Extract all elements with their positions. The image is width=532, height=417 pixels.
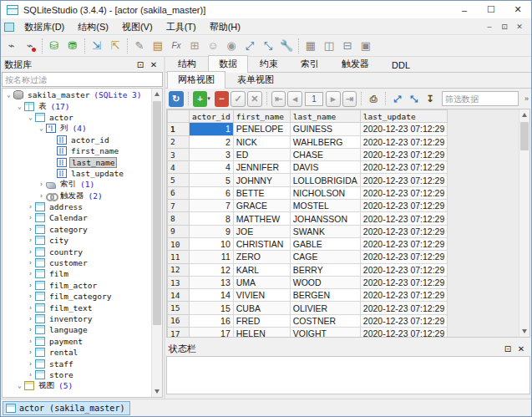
tree-item[interactable]: ›staff — [3, 358, 151, 369]
prev-page-icon[interactable]: ◂ — [287, 91, 302, 107]
grid-cell[interactable]: GABLE — [290, 237, 360, 250]
expander-icon[interactable]: › — [37, 181, 46, 188]
rollback-icon[interactable]: ✕ — [247, 91, 262, 107]
menu-item[interactable]: 工具(T) — [160, 19, 203, 35]
grid-cell[interactable]: MATTHEW — [233, 212, 290, 225]
grid-cell[interactable]: 12 — [190, 263, 234, 276]
mdi-close-button[interactable]: ✕ — [513, 21, 526, 33]
grid-cell[interactable]: JOE — [233, 225, 290, 237]
maximize-button[interactable]: ☐ — [478, 1, 504, 18]
tree-item[interactable]: last_name — [3, 156, 151, 167]
grid-cell[interactable]: 17 — [190, 328, 234, 337]
row-header[interactable]: 6 — [168, 186, 190, 199]
tree-item[interactable]: ›索引(1) — [3, 179, 151, 190]
menu-item[interactable]: 帮助(H) — [203, 19, 247, 35]
expander-icon[interactable]: › — [37, 192, 46, 200]
tab-data[interactable]: 数据 — [208, 55, 248, 73]
grid-cell[interactable]: 2020-12-23 07:12:29 — [360, 186, 448, 199]
grid-cell[interactable]: 3 — [190, 148, 234, 160]
expander-icon[interactable]: › — [26, 282, 35, 289]
commit-icon[interactable]: ✓ — [231, 91, 246, 107]
row-header[interactable]: 2 — [168, 135, 190, 148]
mdi-document-icon[interactable] — [4, 23, 14, 32]
grid-cell[interactable]: 2020-12-23 07:12:29 — [360, 225, 448, 237]
grid-cell[interactable]: 1 — [190, 123, 234, 135]
tree-item[interactable]: ›触发器(2) — [3, 191, 151, 201]
subtab-grid-view[interactable]: 网格视图 — [167, 71, 225, 89]
tree-item[interactable]: ›city — [3, 235, 151, 246]
tree-item[interactable]: ›Calendar — [3, 212, 151, 223]
row-header[interactable]: 4 — [168, 161, 190, 174]
expander-icon[interactable]: › — [26, 248, 35, 256]
expander-icon[interactable]: › — [26, 326, 35, 333]
tile-vertically-icon[interactable]: ◫ — [320, 37, 338, 55]
data-filter-input[interactable] — [442, 91, 519, 106]
grid-cell[interactable]: 2020-12-23 07:12:29 — [360, 302, 448, 314]
expander-icon[interactable]: › — [26, 270, 35, 277]
tree-item[interactable]: ›rental — [3, 347, 151, 358]
grid-cell[interactable]: MOSTEL — [290, 200, 360, 212]
row-header[interactable]: 5 — [168, 174, 190, 186]
grid-cell[interactable]: COSTNER — [290, 314, 360, 327]
row-header[interactable]: 11 — [168, 251, 190, 263]
grid-cell[interactable]: ZERO — [233, 251, 290, 263]
grid-cell[interactable]: 2020-12-23 07:12:29 — [360, 212, 448, 225]
collations-icon[interactable]: ⊞ — [185, 37, 204, 55]
grid-cell[interactable]: 14 — [190, 289, 234, 302]
page-number-input[interactable] — [305, 92, 323, 106]
tab-ddl[interactable]: DDL — [381, 58, 421, 72]
grid-cell[interactable]: 2020-12-23 07:12:29 — [360, 263, 448, 276]
grid-cell[interactable]: 2020-12-23 07:12:29 — [360, 328, 448, 337]
grid-cell[interactable]: NICK — [233, 135, 290, 148]
taskbar-window-button[interactable]: actor (sakila_master) — [3, 401, 130, 415]
connect-icon[interactable]: ⌁ — [3, 37, 21, 55]
grid-cell[interactable]: 2020-12-23 07:12:29 — [360, 237, 448, 250]
grid-cell[interactable]: 10 — [190, 237, 234, 250]
column-header-actor_id[interactable]: actor_id — [190, 110, 234, 123]
insert-row-icon[interactable]: + — [193, 91, 208, 107]
grid-cell[interactable]: 2020-12-23 07:12:29 — [360, 135, 448, 148]
dock-float-icon[interactable]: ⊡ — [134, 58, 147, 70]
grid-cell[interactable]: LOLLOBRIGIDA — [290, 174, 360, 186]
grid-cell[interactable]: CAGE — [290, 251, 360, 263]
grid-cell[interactable]: SWANK — [290, 225, 360, 237]
expander-icon[interactable]: ⌄ — [15, 103, 24, 110]
tree-item[interactable]: last_update — [3, 168, 151, 179]
expander-icon[interactable]: › — [26, 292, 35, 300]
insert-row-menu-icon[interactable]: ▾ — [207, 95, 213, 102]
grid-cell[interactable]: UMA — [233, 276, 290, 288]
expander-icon[interactable]: › — [26, 226, 35, 233]
sql-functions-icon[interactable]: Fx — [167, 37, 185, 55]
mdi-restore-button[interactable]: ⊡ — [498, 21, 511, 33]
expander-icon[interactable]: › — [26, 360, 35, 368]
first-page-icon[interactable]: ⇤ — [271, 91, 286, 107]
row-header[interactable]: 10 — [168, 237, 190, 250]
export-icon[interactable]: ⇱ — [106, 37, 124, 55]
fit-rows-icon[interactable]: ⤡ — [407, 91, 422, 107]
menu-item[interactable]: 数据库(D) — [18, 19, 71, 35]
grid-cell[interactable]: JOHANSSON — [290, 212, 360, 225]
refresh-grid-icon[interactable]: ↻ — [169, 91, 184, 107]
expander-icon[interactable]: › — [26, 338, 35, 345]
tab-constraints[interactable]: 约束 — [249, 55, 289, 72]
expander-icon[interactable]: ⌄ — [4, 91, 13, 99]
next-page-icon[interactable]: ▸ — [326, 91, 341, 107]
grid-cell[interactable]: CHASE — [290, 148, 360, 160]
dock-close-icon[interactable]: ✕ — [514, 343, 528, 354]
grid-cell[interactable]: PENELOPE — [233, 123, 290, 135]
minimize-button[interactable]: – — [451, 1, 478, 18]
tab-triggers[interactable]: 触发器 — [331, 55, 380, 72]
grid-cell[interactable]: 8 — [190, 212, 234, 225]
expand-windows-icon[interactable]: ⤢ — [241, 37, 259, 55]
print-icon[interactable]: ⎙ — [366, 91, 381, 107]
sort-dialog-icon[interactable]: ↧ — [423, 91, 438, 107]
grid-cell[interactable]: 13 — [190, 276, 234, 288]
tree-item[interactable]: ›address — [3, 201, 151, 212]
grid-cell[interactable]: 16 — [190, 314, 234, 327]
add-database-icon[interactable]: ⛁ — [45, 37, 63, 55]
grid-cell[interactable]: 2020-12-23 07:12:29 — [360, 123, 448, 135]
tree-filter-input[interactable] — [2, 72, 163, 87]
grid-cell[interactable]: 2020-12-23 07:12:29 — [360, 148, 448, 160]
expander-icon[interactable]: › — [26, 259, 35, 267]
tree-item[interactable]: ⌄视图(5) — [3, 380, 151, 391]
